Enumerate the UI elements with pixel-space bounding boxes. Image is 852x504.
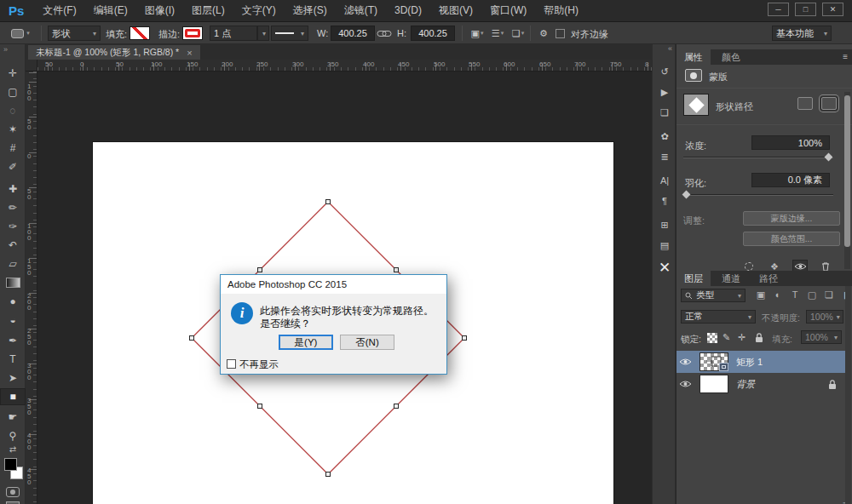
layer-comps-panel-icon[interactable]: ⊞ [653, 216, 676, 233]
layer-name[interactable]: 背景 [736, 378, 755, 391]
density-value[interactable]: 100% [751, 135, 830, 150]
align-edges-checkbox[interactable] [556, 29, 565, 38]
menu-file[interactable]: 文件(F) [34, 0, 84, 21]
menu-select[interactable]: 选择(S) [285, 0, 336, 21]
tab-channels[interactable]: 通道 [714, 271, 748, 286]
notes-panel-icon[interactable]: ▤ [653, 237, 676, 254]
fill-opacity-value[interactable]: 100% ▾ [801, 330, 842, 344]
tool-mode-select[interactable]: 形状 ▾ [48, 26, 101, 41]
menu-help[interactable]: 帮助(H) [535, 0, 587, 21]
path-selection-tool[interactable]: ➤ [0, 369, 26, 387]
tab-color[interactable]: 颜色 [714, 49, 748, 65]
lock-position-icon[interactable]: ✛ [738, 332, 746, 343]
actions-panel-icon[interactable]: ▶ [653, 83, 676, 100]
gear-icon[interactable]: ⚙ [535, 26, 552, 41]
paragraph-panel-icon[interactable]: ¶ [653, 192, 676, 209]
blend-mode-select[interactable]: 正常 ▾ [681, 310, 756, 324]
rectangle-tool[interactable]: ■ [0, 388, 26, 405]
fill-swatch[interactable] [130, 26, 150, 40]
collapse-toolbar-icon[interactable]: » [3, 45, 8, 54]
add-mask-icon[interactable] [797, 97, 813, 110]
menu-3d[interactable]: 3D(D) [386, 0, 430, 21]
menu-edit[interactable]: 编辑(E) [85, 0, 136, 21]
feather-slider[interactable] [683, 194, 833, 196]
history-panel-icon[interactable]: ↺ [653, 63, 676, 80]
gradient-tool[interactable] [0, 274, 26, 291]
feather-slider-handle[interactable] [682, 191, 691, 199]
history-brush-tool[interactable]: ↶ [0, 237, 26, 254]
lock-paint-icon[interactable]: ✎ [722, 332, 730, 343]
filter-adjustment-layers-icon[interactable]: ◐ [770, 288, 786, 301]
maximize-button[interactable]: □ [795, 3, 816, 16]
layer-row-background[interactable]: 背景 [676, 373, 847, 395]
stroke-width-dropdown[interactable]: ▾ [257, 26, 269, 41]
scrollbar-thumb[interactable] [844, 95, 850, 247]
brush-presets-panel-icon[interactable]: ≣ [653, 148, 676, 165]
workspace-select[interactable]: 基本功能 ▾ [772, 26, 832, 41]
link-dimensions-icon[interactable] [377, 30, 392, 37]
menu-image[interactable]: 图像(I) [136, 0, 183, 21]
type-tool[interactable]: T [0, 351, 26, 368]
stroke-style-select[interactable]: ▾ [271, 26, 308, 41]
shape-height-input[interactable]: 400.25 [411, 26, 455, 41]
pen-tool[interactable]: ✒ [0, 332, 26, 349]
layer-name[interactable]: 矩形 1 [736, 356, 763, 369]
layer-thumbnail[interactable] [699, 352, 728, 371]
mask-edge-button[interactable]: 蒙版边缘... [743, 211, 840, 226]
lasso-tool[interactable]: ◌ [0, 102, 26, 119]
filter-pixel-layers-icon[interactable]: ▣ [753, 288, 769, 301]
menu-type[interactable]: 文字(Y) [233, 0, 285, 21]
density-slider-handle[interactable] [825, 153, 833, 162]
properties-scrollbar[interactable] [844, 92, 850, 269]
crop-tool[interactable]: # [0, 140, 26, 157]
minimize-button[interactable]: ─ [768, 3, 789, 16]
path-arrangement-button[interactable]: ❏▾ [509, 26, 527, 41]
filter-type-layers-icon[interactable]: T [787, 288, 803, 301]
vector-mask-icon[interactable] [821, 97, 837, 110]
menu-view[interactable]: 视图(V) [430, 0, 481, 21]
eraser-tool[interactable]: ▱ [0, 255, 26, 272]
dont-show-checkbox[interactable] [227, 359, 236, 369]
expand-panels-icon[interactable]: « [668, 44, 672, 53]
quick-mask-button[interactable] [6, 487, 20, 497]
feather-value[interactable]: 0.0 像素 [751, 173, 830, 187]
shape-width-input[interactable]: 400.25 [331, 26, 375, 41]
tab-paths[interactable]: 路径 [751, 271, 786, 286]
close-tab-icon[interactable]: × [187, 48, 192, 58]
no-button[interactable]: 否(N) [340, 335, 394, 350]
layer-row-rectangle-1[interactable]: 矩形 1 [676, 351, 847, 373]
filter-shape-layers-icon[interactable]: ▢ [804, 288, 820, 301]
swap-colors-icon[interactable]: ⇄ [0, 444, 26, 454]
layers-scrollbar[interactable] [845, 286, 851, 504]
zoom-tool[interactable]: ⚲ [0, 427, 26, 444]
menu-window[interactable]: 窗口(W) [481, 0, 535, 21]
filter-smart-objects-icon[interactable]: ❏ [821, 288, 837, 301]
shape-path-thumbnail[interactable] [683, 94, 709, 116]
brush-tool[interactable]: ✏ [0, 199, 26, 216]
layer-filter-select[interactable]: 类型 ▾ [681, 289, 746, 302]
yes-button[interactable]: 是(Y) [279, 335, 333, 350]
tool-preset-picker[interactable]: ▾ [5, 26, 36, 41]
tab-properties[interactable]: 属性 [676, 49, 711, 65]
foreground-color-swatch[interactable] [4, 458, 17, 471]
tool-presets-panel-icon[interactable]: ❏ [653, 104, 676, 121]
healing-brush-tool[interactable]: ✚ [0, 180, 26, 198]
stroke-swatch[interactable] [182, 26, 203, 40]
density-slider[interactable] [683, 157, 833, 158]
tab-layers[interactable]: 图层 [676, 271, 711, 286]
stroke-width-input[interactable]: 1 点 [210, 26, 257, 41]
hand-tool[interactable]: ☛ [0, 409, 26, 426]
clone-stamp-tool[interactable]: ✑ [0, 218, 26, 235]
color-range-button[interactable]: 颜色范围... [743, 232, 840, 246]
document-tab[interactable]: 未标题-1 @ 100% (矩形 1, RGB/8) * × [28, 45, 200, 60]
lock-transparency-icon[interactable] [707, 333, 717, 343]
blur-tool[interactable]: ● [0, 293, 26, 310]
layer-visibility-eye-icon[interactable] [676, 358, 694, 366]
path-alignment-button[interactable]: ☰▾ [489, 26, 506, 41]
eyedropper-tool[interactable]: ✐ [0, 158, 26, 175]
layer-thumbnail[interactable] [699, 375, 728, 393]
close-button[interactable]: ✕ [822, 3, 843, 16]
layer-visibility-eye-icon[interactable] [676, 380, 694, 388]
menu-layer[interactable]: 图层(L) [183, 0, 233, 21]
panel-menu-icon[interactable]: ≡ [843, 52, 848, 61]
